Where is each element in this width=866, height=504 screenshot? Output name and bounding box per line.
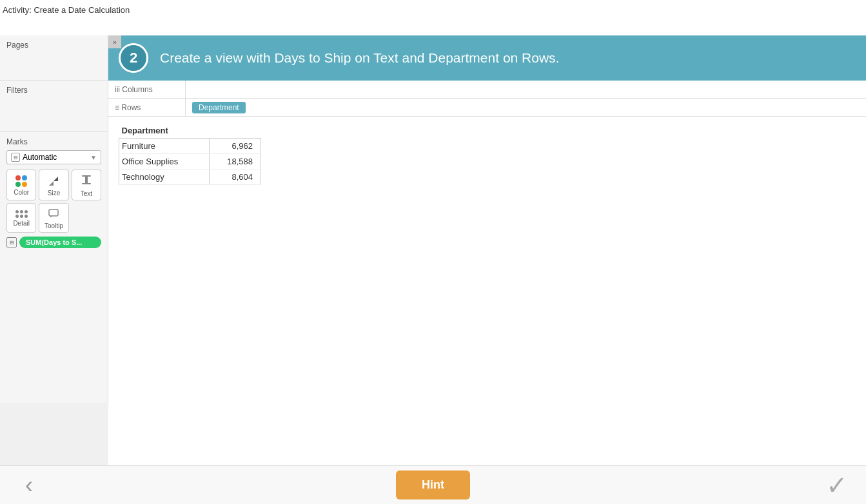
forward-button[interactable]: ✓ (821, 469, 853, 501)
rows-pill[interactable]: Department (192, 102, 246, 113)
sum-pill-row: ⊟ SUM(Days to S... (6, 237, 101, 248)
marks-label: Marks (6, 137, 101, 146)
svg-rect-2 (82, 183, 91, 184)
hint-button[interactable]: Hint (396, 470, 470, 499)
auto-icon: ⊟ (11, 153, 20, 162)
value-cell: 8,604 (210, 170, 261, 185)
filters-label: Filters (6, 86, 101, 95)
color-label: Color (14, 189, 29, 196)
value-header (210, 123, 261, 139)
sum-pill[interactable]: SUM(Days to S... (19, 237, 101, 248)
data-table: Department Furniture6,962Office Supplies… (119, 123, 261, 185)
pages-section: Pages (0, 35, 108, 81)
data-table-area: Department Furniture6,962Office Supplies… (119, 123, 856, 185)
tooltip-label: Tooltip (44, 222, 63, 229)
rows-shelf-content: Department (186, 102, 866, 113)
main-canvas: iii Columns ≡ Rows Department Department… (108, 81, 866, 504)
size-button[interactable]: Size (39, 170, 68, 200)
step-number: 2 (119, 43, 148, 73)
dept-cell: Furniture (119, 139, 210, 154)
detail-icon (15, 210, 28, 218)
svg-rect-3 (49, 209, 58, 216)
color-button[interactable]: Color (6, 170, 36, 200)
marks-dropdown-label: Automatic (23, 153, 57, 162)
table-row: Technology8,604 (119, 170, 261, 185)
color-dot-orange (22, 182, 27, 187)
filters-section: Filters (0, 81, 108, 132)
value-cell: 6,962 (210, 139, 261, 154)
back-button[interactable]: ‹ (13, 469, 45, 501)
chevron-down-icon: ▼ (90, 154, 97, 161)
detail-button[interactable]: Detail (6, 203, 36, 233)
pages-label: Pages (6, 41, 101, 50)
text-icon (81, 174, 92, 188)
dept-cell: Office Supplies (119, 154, 210, 170)
size-label: Size (48, 189, 60, 197)
color-icon (15, 175, 27, 187)
marks-section: Marks ⊟ Automatic ▼ Color (0, 132, 108, 253)
tooltip-button[interactable]: Tooltip (39, 203, 68, 233)
rows-shelf: ≡ Rows Department (108, 99, 866, 117)
marks-buttons: Color Size (6, 170, 101, 233)
sum-pill-icon: ⊟ (6, 237, 17, 247)
text-label: Text (81, 190, 92, 197)
activity-label: Activity: Create a Date Calculation (3, 5, 130, 15)
color-dot-green (15, 182, 21, 187)
size-icon (47, 175, 60, 188)
table-row: Furniture6,962 (119, 139, 261, 154)
tooltip-icon (48, 208, 59, 220)
dept-header: Department (119, 123, 210, 139)
table-row: Office Supplies18,588 (119, 154, 261, 170)
columns-shelf: iii Columns (108, 81, 866, 99)
step-text: Create a view with Days to Ship on Text … (160, 50, 559, 66)
detail-label: Detail (13, 220, 30, 227)
svg-rect-1 (85, 175, 88, 184)
text-button[interactable]: Text (72, 170, 101, 200)
rows-shelf-label: ≡ Rows (108, 99, 186, 116)
color-dot-blue (22, 175, 27, 180)
sidebar-bottom (0, 403, 108, 465)
value-cell: 18,588 (210, 154, 261, 170)
marks-dropdown[interactable]: ⊟ Automatic ▼ (6, 150, 101, 164)
bottom-nav: ‹ Hint ✓ (0, 465, 866, 504)
step-banner: 2 Create a view with Days to Ship on Tex… (108, 35, 866, 81)
expand-button[interactable]: » (108, 35, 121, 48)
marks-dropdown-left: ⊟ Automatic (11, 153, 57, 162)
color-dot-red (15, 175, 21, 180)
dept-cell: Technology (119, 170, 210, 185)
columns-shelf-label: iii Columns (108, 81, 186, 98)
